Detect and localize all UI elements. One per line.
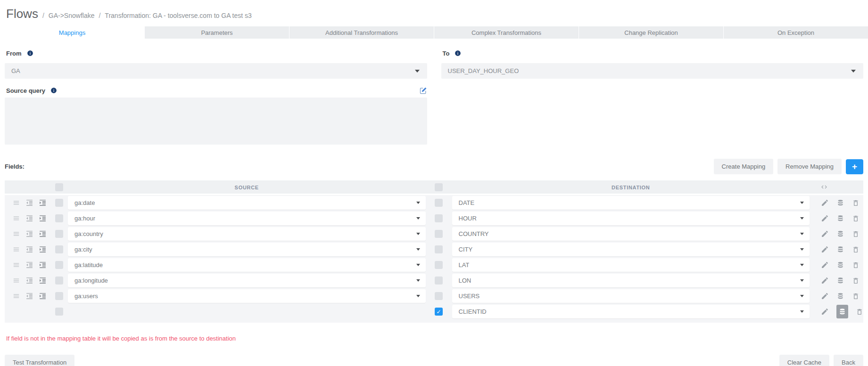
tab-on-exception[interactable]: On Exception	[723, 26, 868, 39]
drag-handle-icon[interactable]	[12, 245, 20, 253]
back-button[interactable]: Back	[834, 355, 863, 366]
breadcrumb-item-flow[interactable]: GA->Snowflake	[49, 12, 95, 19]
source-field-select[interactable]: ga:latitude	[68, 258, 426, 272]
drag-handle-icon[interactable]	[12, 214, 20, 222]
tab-additional-transformations[interactable]: Additional Transformations	[289, 26, 434, 39]
source-row-checkbox[interactable]	[55, 214, 63, 222]
indent-decrease-icon[interactable]	[25, 230, 33, 238]
source-field-select[interactable]: ga:city	[68, 243, 426, 256]
select-all-destination-checkbox[interactable]	[435, 183, 443, 191]
database-icon[interactable]	[836, 305, 848, 318]
test-transformation-button[interactable]: Test Transformation	[5, 355, 74, 366]
chevron-down-icon	[800, 202, 804, 204]
tab-change-replication[interactable]: Change Replication	[579, 26, 723, 39]
delete-row-icon[interactable]	[856, 308, 863, 316]
source-row-checkbox[interactable]	[55, 308, 63, 316]
destination-row-checkbox[interactable]	[435, 230, 443, 238]
drag-handle-icon[interactable]	[12, 277, 20, 285]
edit-source-query-icon[interactable]	[419, 87, 427, 95]
indent-increase-icon[interactable]	[39, 261, 47, 269]
destination-row-checkbox[interactable]	[435, 214, 443, 222]
database-icon[interactable]	[836, 277, 844, 285]
edit-field-icon[interactable]	[821, 277, 829, 285]
destination-field-select[interactable]: CITY	[452, 243, 810, 256]
tab-complex-transformations[interactable]: Complex Transformations	[434, 26, 579, 39]
indent-increase-icon[interactable]	[39, 245, 47, 253]
delete-row-icon[interactable]	[852, 230, 860, 238]
destination-field-select[interactable]: USERS	[452, 289, 810, 303]
to-select[interactable]: USER_DAY_HOUR_GEO	[441, 63, 864, 79]
edit-field-icon[interactable]	[821, 245, 829, 253]
database-icon[interactable]	[836, 292, 844, 300]
edit-field-icon[interactable]	[821, 308, 829, 316]
indent-increase-icon[interactable]	[39, 277, 47, 285]
source-row-checkbox[interactable]	[55, 245, 63, 253]
indent-decrease-icon[interactable]	[25, 277, 33, 285]
source-field-select[interactable]: ga:country	[68, 227, 426, 241]
tab-mappings[interactable]: Mappings	[0, 26, 144, 39]
destination-field-select[interactable]: LAT	[452, 258, 810, 272]
indent-increase-icon[interactable]	[39, 230, 47, 238]
edit-field-icon[interactable]	[821, 199, 829, 207]
delete-row-icon[interactable]	[852, 199, 860, 207]
remove-mapping-button[interactable]: Remove Mapping	[777, 159, 842, 174]
select-all-source-checkbox[interactable]	[55, 183, 63, 191]
source-field-select[interactable]: ga:users	[68, 289, 426, 303]
destination-field-select[interactable]: COUNTRY	[452, 227, 810, 241]
destination-row-checkbox[interactable]	[435, 277, 443, 285]
destination-field-select[interactable]: CLIENTID	[452, 305, 810, 318]
destination-field-select[interactable]: HOUR	[452, 211, 810, 225]
clear-cache-button[interactable]: Clear Cache	[779, 355, 829, 366]
source-query-textarea[interactable]	[5, 98, 427, 145]
indent-increase-icon[interactable]	[39, 214, 47, 222]
source-field-select[interactable]: ga:date	[68, 196, 426, 210]
indent-decrease-icon[interactable]	[25, 214, 33, 222]
add-field-button[interactable]: +	[846, 159, 863, 174]
database-icon[interactable]	[836, 245, 844, 253]
source-row-checkbox[interactable]	[55, 277, 63, 285]
database-icon[interactable]	[836, 199, 844, 207]
code-icon[interactable]	[821, 184, 827, 190]
from-select[interactable]: GA	[5, 63, 427, 79]
source-row-checkbox[interactable]	[55, 199, 63, 207]
indent-decrease-icon[interactable]	[25, 261, 33, 269]
destination-row-checkbox[interactable]: ✓	[435, 308, 443, 316]
destination-field-select[interactable]: DATE	[452, 196, 810, 210]
source-row-checkbox[interactable]	[55, 230, 63, 238]
destination-row-checkbox[interactable]	[435, 245, 443, 253]
delete-row-icon[interactable]	[852, 261, 860, 269]
source-row-checkbox[interactable]	[55, 292, 63, 300]
indent-decrease-icon[interactable]	[25, 245, 33, 253]
indent-decrease-icon[interactable]	[25, 292, 33, 300]
edit-field-icon[interactable]	[821, 230, 829, 238]
drag-handle-icon[interactable]	[12, 230, 20, 238]
indent-increase-icon[interactable]	[39, 199, 47, 207]
source-field-select[interactable]: ga:hour	[68, 211, 426, 225]
delete-row-icon[interactable]	[852, 293, 860, 300]
indent-decrease-icon[interactable]	[25, 199, 33, 207]
indent-increase-icon[interactable]	[39, 292, 47, 300]
delete-row-icon[interactable]	[852, 277, 860, 285]
tab-parameters[interactable]: Parameters	[144, 26, 289, 39]
create-mapping-button[interactable]: Create Mapping	[714, 159, 774, 174]
source-field-select[interactable]: ga:longitude	[68, 274, 426, 287]
info-icon[interactable]	[27, 50, 33, 57]
destination-row-checkbox[interactable]	[435, 292, 443, 300]
edit-field-icon[interactable]	[821, 261, 829, 269]
database-icon[interactable]	[836, 230, 844, 238]
destination-row-checkbox[interactable]	[435, 199, 443, 207]
info-icon[interactable]	[455, 50, 461, 57]
drag-handle-icon[interactable]	[12, 292, 20, 300]
delete-row-icon[interactable]	[852, 246, 860, 253]
drag-handle-icon[interactable]	[12, 261, 20, 269]
database-icon[interactable]	[836, 214, 844, 222]
edit-field-icon[interactable]	[821, 292, 829, 300]
destination-field-select[interactable]: LON	[452, 274, 810, 287]
source-row-checkbox[interactable]	[55, 261, 63, 269]
info-icon[interactable]	[50, 87, 57, 94]
database-icon[interactable]	[836, 261, 844, 269]
drag-handle-icon[interactable]	[12, 199, 20, 207]
edit-field-icon[interactable]	[821, 214, 829, 222]
delete-row-icon[interactable]	[852, 215, 860, 222]
destination-row-checkbox[interactable]	[435, 261, 443, 269]
